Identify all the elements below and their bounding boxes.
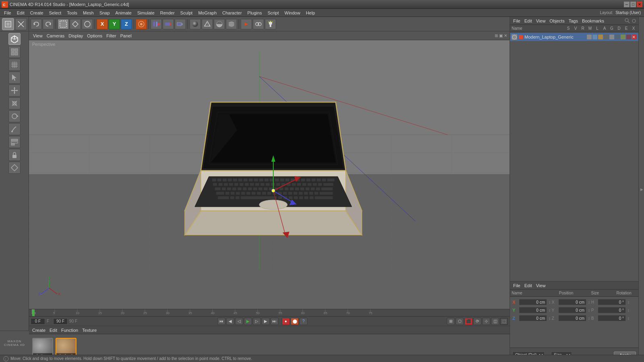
frame-start-input[interactable]	[31, 318, 45, 325]
lock-icon[interactable]	[8, 149, 21, 161]
scale-tool-icon[interactable]	[8, 97, 21, 109]
close-button[interactable]: ✕	[637, 2, 642, 7]
menu-tools[interactable]: Tools	[64, 10, 80, 16]
view-menu-panel[interactable]: Panel	[119, 33, 133, 39]
rec-mode-button[interactable]: ⬛	[464, 318, 473, 325]
z-rot-input[interactable]	[598, 315, 626, 321]
view-menu-view[interactable]: View	[31, 33, 44, 39]
z-pos-input[interactable]	[519, 315, 547, 321]
z-size-input[interactable]	[558, 315, 586, 321]
go-end-button[interactable]: ⏭	[270, 318, 279, 325]
miniplayer-button[interactable]: ⬚	[500, 318, 508, 325]
circle-select-icon[interactable]	[82, 19, 93, 29]
laptop-model[interactable]	[169, 98, 370, 251]
right-edge-tab[interactable]: ▶	[638, 17, 644, 362]
gouraud-button[interactable]	[190, 19, 201, 29]
viewport[interactable]: Perspective	[29, 40, 510, 309]
view-menu-filter[interactable]: Filter	[105, 33, 118, 39]
view-menu-options[interactable]: Options	[85, 33, 104, 39]
record-all-button[interactable]	[151, 19, 162, 29]
om-menu-objects[interactable]: Objects	[548, 18, 566, 24]
light-button[interactable]	[265, 19, 276, 29]
attr-menu-file[interactable]: File	[512, 283, 522, 288]
texture-shading-button[interactable]	[226, 19, 237, 29]
maximize-button[interactable]: □	[630, 2, 636, 7]
om-tag-8[interactable]	[626, 35, 631, 39]
select-tool-icon[interactable]	[8, 72, 21, 84]
menu-plugins[interactable]: Plugins	[245, 10, 264, 16]
y-rot-input[interactable]	[598, 307, 626, 313]
om-tag-5[interactable]	[609, 35, 614, 39]
menu-render[interactable]: Render	[158, 10, 177, 16]
auto-key-button[interactable]: ⬤	[291, 318, 299, 325]
view-menu-cameras[interactable]: Cameras	[45, 33, 66, 39]
render-view-button[interactable]	[241, 19, 252, 29]
vertex-icon[interactable]	[8, 162, 21, 174]
wireframe-button[interactable]	[202, 19, 213, 29]
menu-help[interactable]: Help	[303, 10, 318, 16]
menu-mesh[interactable]: Mesh	[80, 10, 96, 16]
menu-window[interactable]: Window	[282, 10, 303, 16]
undo-button[interactable]	[31, 19, 42, 29]
z-axis-button[interactable]: Z	[121, 19, 132, 29]
y-size-input[interactable]	[558, 307, 586, 313]
timeline-ruler[interactable]: 0 5 10 15 20 25 30 35	[29, 309, 510, 316]
move-tool-icon[interactable]	[8, 84, 21, 97]
mat-menu-texture[interactable]: Texture	[80, 327, 98, 333]
menu-simulate[interactable]: Simulate	[135, 10, 157, 16]
rotate-tool-icon[interactable]	[8, 110, 21, 122]
view-menu-display[interactable]: Display	[67, 33, 85, 39]
menu-select[interactable]: Select	[47, 10, 64, 16]
om-menu-edit[interactable]: Edit	[523, 18, 534, 24]
mat-menu-edit[interactable]: Edit	[48, 327, 59, 333]
timecode-button[interactable]: ◫	[491, 318, 499, 325]
x-rot-input[interactable]	[598, 299, 626, 305]
mat-menu-function[interactable]: Function	[60, 327, 80, 333]
record-key-button[interactable]: ●	[282, 318, 290, 325]
attr-menu-edit[interactable]: Edit	[523, 283, 534, 288]
coord-object-button[interactable]	[136, 19, 147, 29]
x-pos-input[interactable]	[519, 299, 547, 305]
om-tag-4[interactable]	[604, 35, 609, 39]
quick-shading-button[interactable]	[214, 19, 225, 29]
record-button[interactable]	[163, 19, 174, 29]
menu-mograph[interactable]: MoGraph	[196, 10, 219, 16]
model-mode-icon[interactable]	[2, 18, 14, 30]
menu-animate[interactable]: Animate	[113, 10, 134, 16]
go-start-button[interactable]: ⏮	[217, 318, 225, 325]
x-size-input[interactable]	[558, 299, 586, 305]
next-frame-button[interactable]: ▶	[262, 318, 270, 325]
menu-file[interactable]: File	[2, 10, 14, 16]
x-axis-button[interactable]: X	[97, 19, 108, 29]
y-axis-button[interactable]: Y	[109, 19, 120, 29]
viewport-zoom-fit[interactable]: ⊞	[495, 33, 498, 38]
om-menu-tags[interactable]: Tags	[567, 18, 580, 24]
om-tag-7[interactable]	[621, 35, 625, 39]
key-help-button[interactable]: ?	[299, 318, 308, 325]
cycle-button[interactable]: ⟳	[473, 318, 481, 325]
loop-button[interactable]: ⬡	[456, 318, 464, 325]
menu-edit[interactable]: Edit	[14, 10, 27, 16]
move-key-button[interactable]: ⊞	[447, 318, 455, 325]
menu-create[interactable]: Create	[28, 10, 46, 16]
play-forward-button[interactable]: ▷	[253, 318, 261, 325]
object-tool-icon[interactable]	[8, 33, 21, 45]
layers-icon[interactable]	[8, 136, 21, 148]
attr-menu-view[interactable]: View	[535, 283, 547, 288]
timeline[interactable]: 0 5 10 15 20 25 30 35	[29, 309, 510, 316]
redo-button[interactable]	[43, 19, 54, 29]
y-pos-input[interactable]	[519, 307, 547, 313]
marker-button[interactable]: ⊹	[482, 318, 490, 325]
frame-end-input[interactable]	[53, 318, 68, 325]
menu-script[interactable]: Script	[265, 10, 281, 16]
minimize-button[interactable]: ─	[624, 2, 630, 7]
om-menu-view[interactable]: View	[535, 18, 547, 24]
auto-record-button[interactable]	[175, 19, 186, 29]
om-tag-6[interactable]	[615, 35, 620, 39]
viewport-close[interactable]: ✕	[504, 33, 507, 38]
om-tag-1[interactable]	[587, 35, 592, 39]
play-back-button[interactable]: ◁	[235, 318, 243, 325]
rect-select-icon[interactable]	[70, 19, 81, 29]
viewport-maximize[interactable]: ▣	[499, 33, 503, 38]
menu-sculpt[interactable]: Sculpt	[178, 10, 195, 16]
